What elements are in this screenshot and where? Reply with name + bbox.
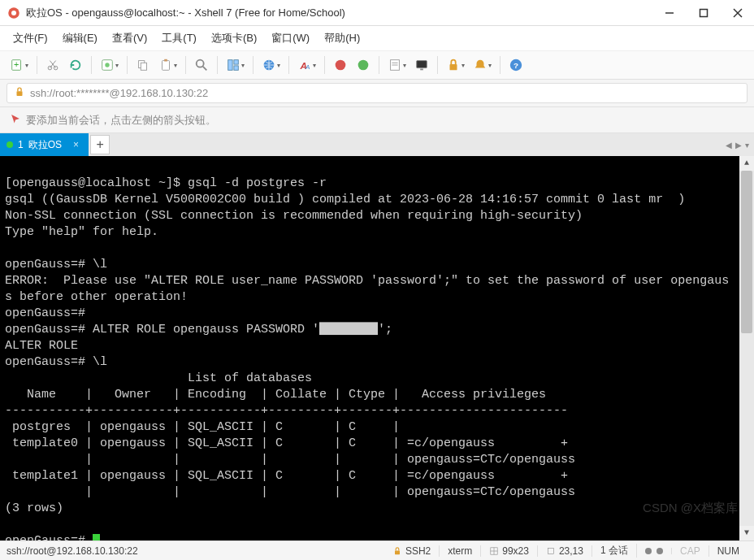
color2-button[interactable] — [353, 56, 374, 74]
svg-point-1 — [11, 11, 16, 15]
status-size: 99x23 — [481, 545, 538, 557]
maximize-button[interactable] — [694, 3, 713, 23]
globe-button[interactable]: ▾ — [258, 56, 284, 74]
window-titlebar: 欧拉OS - opengauss@localhost:~ - Xshell 7 … — [0, 0, 754, 26]
chevron-down-icon: ▾ — [25, 62, 28, 69]
scroll-track[interactable] — [739, 171, 754, 526]
chevron-down-icon: ▾ — [403, 62, 406, 69]
tab-prev-icon[interactable]: ◀ — [726, 141, 732, 150]
address-text: ssh://root:********@192.168.10.130:22 — [30, 87, 208, 99]
svg-point-11 — [105, 63, 109, 67]
status-protocol: SSH2 — [384, 545, 440, 557]
window-title: 欧拉OS - opengauss@localhost:~ - Xshell 7 … — [26, 6, 660, 20]
tab-next-icon[interactable]: ▶ — [735, 141, 742, 150]
menu-window[interactable]: 窗口(W) — [266, 28, 314, 49]
separator — [37, 56, 37, 74]
menu-help[interactable]: 帮助(H) — [319, 28, 365, 49]
svg-point-24 — [336, 60, 346, 71]
svg-rect-13 — [141, 63, 146, 70]
separator — [253, 56, 254, 74]
chevron-down-icon: ▾ — [241, 62, 245, 69]
lock-button[interactable]: ▾ — [443, 56, 468, 74]
tab-index: 1 — [18, 139, 24, 150]
separator — [379, 56, 379, 74]
tab-label: 欧拉OS — [28, 138, 62, 152]
svg-rect-14 — [162, 61, 170, 71]
menu-tools[interactable]: 工具(T) — [157, 28, 202, 49]
app-icon — [6, 6, 21, 20]
svg-rect-20 — [234, 66, 238, 70]
window-controls — [660, 3, 748, 23]
font-button[interactable]: AA▾ — [294, 56, 319, 74]
svg-text:A: A — [305, 63, 310, 71]
grid-icon — [489, 546, 499, 556]
tab-session[interactable]: 1 欧拉OS × — [0, 133, 89, 156]
scroll-thumb[interactable] — [741, 171, 752, 333]
scroll-up-icon[interactable]: ▲ — [739, 156, 754, 171]
status-indicators — [637, 548, 672, 554]
copy-button[interactable] — [132, 56, 154, 74]
close-button[interactable] — [728, 3, 748, 23]
separator — [91, 56, 92, 74]
svg-rect-29 — [417, 61, 427, 68]
tab-list-icon[interactable]: ▾ — [745, 141, 749, 150]
separator — [217, 56, 218, 74]
chevron-down-icon: ▾ — [488, 62, 492, 69]
scroll-down-icon[interactable]: ▼ — [739, 526, 754, 540]
new-tab-button[interactable]: + — [90, 135, 110, 154]
tab-nav: ◀ ▶ ▾ — [726, 133, 749, 156]
menu-file[interactable]: 文件(F) — [8, 28, 53, 49]
screen-button[interactable] — [411, 56, 432, 74]
color1-button[interactable] — [330, 56, 351, 74]
sync-up-icon — [645, 548, 652, 554]
paste-button[interactable]: ▾ — [155, 56, 180, 74]
new-session-button[interactable]: +▾ — [6, 56, 32, 74]
refresh-button[interactable] — [65, 56, 86, 74]
separator — [500, 56, 500, 74]
status-term: xterm — [440, 545, 481, 557]
svg-rect-3 — [700, 9, 708, 16]
tab-bar: 1 欧拉OS × + ◀ ▶ ▾ — [0, 133, 754, 156]
cut-button[interactable] — [42, 56, 63, 74]
svg-point-16 — [197, 60, 204, 67]
address-input[interactable]: ssh://root:********@192.168.10.130:22 — [6, 83, 748, 103]
separator — [127, 56, 128, 74]
sync-down-icon — [656, 548, 663, 554]
find-button[interactable] — [191, 56, 212, 74]
status-dot-icon — [6, 141, 13, 148]
pin-icon[interactable] — [10, 113, 21, 127]
svg-rect-39 — [548, 548, 553, 553]
minimize-button[interactable] — [660, 3, 679, 23]
menu-tabs[interactable]: 选项卡(B) — [206, 28, 262, 49]
bell-button[interactable]: ▾ — [470, 56, 495, 74]
chevron-down-icon: ▾ — [277, 62, 280, 69]
svg-rect-30 — [420, 69, 423, 71]
layout-button[interactable]: ▾ — [223, 56, 248, 74]
help-button[interactable]: ? — [505, 56, 526, 74]
chevron-down-icon: ▾ — [115, 62, 119, 69]
menu-view[interactable]: 查看(V) — [107, 28, 152, 49]
svg-text:?: ? — [514, 61, 518, 70]
svg-text:+: + — [14, 59, 19, 69]
svg-rect-15 — [164, 59, 167, 62]
status-num: NUM — [709, 545, 748, 557]
chevron-down-icon: ▾ — [313, 62, 316, 69]
menu-edit[interactable]: 编辑(E) — [58, 28, 102, 49]
svg-rect-35 — [395, 550, 400, 554]
chevron-down-icon: ▾ — [462, 62, 465, 69]
svg-rect-31 — [450, 64, 457, 70]
tab-close-icon[interactable]: × — [73, 139, 79, 150]
chevron-down-icon: ▾ — [174, 62, 177, 69]
terminal[interactable]: [opengauss@localhost ~]$ gsql -d postgre… — [0, 156, 754, 540]
status-pos: 23,13 — [538, 545, 592, 557]
status-sessions: 1 会话 — [592, 544, 637, 558]
toolbar: +▾ ▾ ▾ ▾ ▾ AA▾ ▾ ▾ ▾ ? — [0, 50, 754, 80]
separator — [324, 56, 325, 74]
status-bar: ssh://root@192.168.10.130:22 SSH2 xterm … — [0, 540, 754, 560]
cursor-pos-icon — [546, 546, 556, 556]
script-button[interactable]: ▾ — [384, 56, 410, 74]
svg-point-25 — [358, 60, 369, 71]
separator — [437, 56, 438, 74]
properties-button[interactable]: ▾ — [97, 56, 122, 74]
scrollbar[interactable]: ▲ ▼ — [739, 156, 754, 540]
